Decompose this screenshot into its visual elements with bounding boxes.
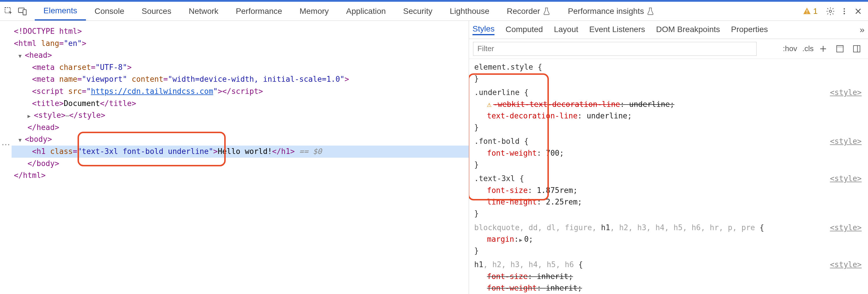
tab-console[interactable]: Console: [86, 2, 133, 21]
new-style-rule-icon[interactable]: [819, 44, 830, 53]
ellipsis-icon[interactable]: ⋯: [66, 111, 69, 120]
annotation-box: [78, 132, 226, 167]
computed-styles-icon[interactable]: [836, 44, 847, 53]
inspect-icon[interactable]: [2, 4, 16, 18]
rule-source-link[interactable]: <style>: [830, 136, 862, 147]
tab-perf-insights[interactable]: Performance insights: [559, 2, 663, 21]
styles-tab-properties[interactable]: Properties: [731, 25, 768, 35]
rule-source-link[interactable]: <style>: [830, 259, 862, 270]
tab-application[interactable]: Application: [337, 2, 394, 21]
dom-tree[interactable]: <!DOCTYPE html> <html lang="en"> <head> …: [11, 21, 469, 294]
tab-elements[interactable]: Elements: [35, 2, 86, 21]
tab-memory[interactable]: Memory: [291, 2, 337, 21]
dom-gutter: ⋯: [0, 21, 11, 294]
dom-node[interactable]: <html lang="en">: [11, 38, 469, 50]
svg-rect-10: [837, 45, 843, 48]
hov-toggle[interactable]: :hov: [783, 44, 797, 53]
styles-pane: Styles Computed Layout Event Listeners D…: [469, 21, 868, 294]
beta-icon: [646, 7, 654, 15]
tab-lighthouse[interactable]: Lighthouse: [441, 2, 498, 21]
tab-security[interactable]: Security: [394, 2, 441, 21]
tab-label: Memory: [300, 7, 329, 16]
dom-node[interactable]: <!DOCTYPE html>: [11, 26, 469, 38]
svg-point-6: [844, 8, 845, 9]
tab-label: Sources: [142, 7, 171, 16]
css-rule[interactable]: <style> blockquote, dd, dl, figure, h1, …: [469, 221, 868, 258]
styles-tabbar: Styles Computed Layout Event Listeners D…: [469, 21, 868, 39]
tab-label: Elements: [43, 6, 77, 15]
tab-label: Performance: [236, 7, 282, 16]
dom-node[interactable]: <head>: [11, 49, 469, 62]
rule-source-link[interactable]: <style>: [830, 173, 862, 184]
device-toggle-icon[interactable]: [16, 4, 30, 18]
dom-node[interactable]: <script src="https://cdn.tailwindcss.com…: [11, 85, 469, 98]
styles-tab-layout[interactable]: Layout: [554, 25, 578, 35]
styles-tab-computed[interactable]: Computed: [505, 25, 543, 35]
tab-label: Recorder: [507, 7, 540, 16]
expand-toggle-icon[interactable]: [28, 109, 34, 121]
tab-label: Console: [95, 7, 124, 16]
tab-label: Application: [346, 7, 386, 16]
styles-filter-input[interactable]: [473, 42, 756, 56]
tab-label: Security: [403, 7, 432, 16]
expand-toggle-icon[interactable]: [19, 134, 25, 146]
tab-label: Network: [189, 7, 218, 16]
dom-node[interactable]: </head>: [11, 121, 469, 134]
svg-rect-11: [854, 45, 860, 52]
svg-rect-2: [23, 9, 26, 15]
warnings-count: 1: [813, 7, 818, 16]
styles-tab-event-listeners[interactable]: Event Listeners: [589, 25, 645, 35]
toggle-sidebar-icon[interactable]: [852, 44, 864, 53]
styles-tab-styles[interactable]: Styles: [472, 24, 494, 35]
shorthand-expand-icon[interactable]: ▶: [519, 237, 523, 243]
devtools-tabbar: Elements Console Sources Network Perform…: [0, 2, 868, 21]
more-tabs-icon[interactable]: »: [860, 25, 865, 35]
beta-icon: [542, 7, 551, 15]
annotation-box: [469, 73, 549, 200]
svg-point-5: [829, 10, 832, 12]
svg-point-7: [844, 10, 845, 12]
tab-network[interactable]: Network: [180, 2, 227, 21]
dom-node[interactable]: <meta charset="UTF-8">: [11, 62, 469, 74]
css-rule[interactable]: <style> h1, h2, h3, h4, h5, h6 { font-si…: [469, 258, 868, 294]
more-icon[interactable]: [837, 4, 851, 18]
tab-recorder[interactable]: Recorder: [498, 2, 559, 21]
svg-rect-3: [807, 10, 808, 12]
close-devtools-icon[interactable]: [851, 4, 865, 18]
dom-node[interactable]: <style>⋯</style>: [11, 109, 469, 121]
rule-source-link[interactable]: <style>: [830, 222, 862, 233]
styles-tab-dom-breakpoints[interactable]: DOM Breakpoints: [656, 25, 720, 35]
warnings-badge[interactable]: 1: [803, 7, 818, 16]
styles-filter-bar: :hov .cls: [469, 39, 868, 59]
cls-toggle[interactable]: .cls: [802, 44, 814, 53]
tab-sources[interactable]: Sources: [133, 2, 180, 21]
css-rules[interactable]: element.style { } <style> .underline { ⚠…: [469, 59, 868, 294]
svg-rect-4: [807, 13, 808, 13]
dom-node[interactable]: </html>: [11, 170, 469, 182]
settings-icon[interactable]: [824, 4, 837, 18]
rule-source-link[interactable]: <style>: [830, 87, 862, 98]
svg-point-8: [844, 13, 845, 14]
tab-label: Performance insights: [568, 7, 644, 16]
tab-performance[interactable]: Performance: [227, 2, 291, 21]
dom-node[interactable]: <title>Document</title>: [11, 98, 469, 110]
expand-toggle-icon[interactable]: [19, 49, 25, 62]
tab-label: Lighthouse: [450, 7, 489, 16]
dom-node[interactable]: <meta name="viewport" content="width=dev…: [11, 73, 469, 85]
